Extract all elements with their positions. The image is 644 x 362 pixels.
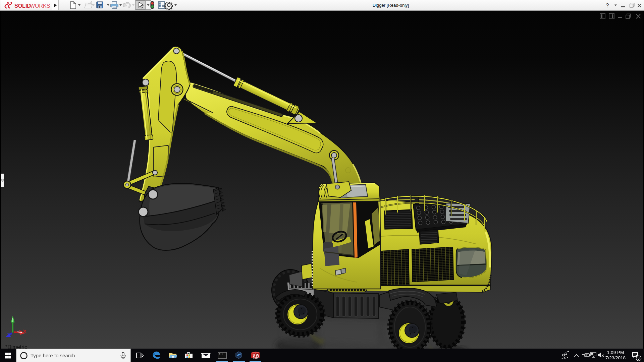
svg-text:2017: 2017 bbox=[253, 357, 259, 359]
svg-text:C:\_: C:\_ bbox=[219, 353, 225, 356]
svg-text:3: 3 bbox=[638, 356, 640, 360]
svg-text:?: ? bbox=[606, 2, 609, 9]
